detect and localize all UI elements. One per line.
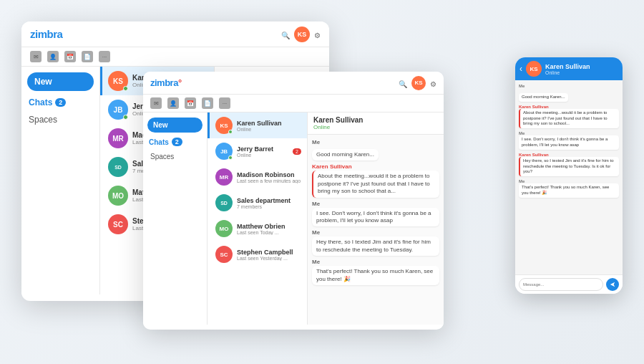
mobile-bubble-1: Good morning Karen... bbox=[519, 93, 568, 102]
tablet-calendar-icon[interactable]: 📅 bbox=[185, 97, 196, 109]
tablet-avatar-karen: KS bbox=[215, 117, 233, 134]
mobile-sender-2: Karen Sullivan bbox=[519, 105, 619, 109]
tablet-name-stephen: Stephen Campbell bbox=[237, 249, 301, 256]
user-avatar[interactable]: KS bbox=[294, 27, 310, 42]
tablet-contact-sales[interactable]: SD Sales department 7 members bbox=[208, 190, 307, 216]
tablet-status-karen: Online bbox=[237, 127, 301, 132]
tablet-sender-2: Karen Sullivan bbox=[312, 163, 439, 170]
tablet-status-stephen: Last seen Yesterday ... bbox=[237, 256, 301, 261]
contact-avatar-jerry: JB bbox=[108, 100, 128, 120]
tablet-avatar-stephen: SC bbox=[215, 246, 233, 263]
tablet-chats-section[interactable]: Chats 2 bbox=[143, 135, 207, 149]
tablet-bubble-3: I see. Don't worry, I don't think it's g… bbox=[312, 208, 439, 227]
mobile-back-button[interactable]: ‹ bbox=[519, 64, 522, 74]
mail-icon[interactable]: ✉ bbox=[30, 51, 42, 62]
tablet-zimbra-logo: zimbra° bbox=[150, 77, 182, 88]
tablet-header: zimbra° KS bbox=[143, 72, 444, 95]
contact-avatar-karen: KS bbox=[108, 71, 128, 91]
tablet-chat-area: Karen Sullivan Online Me Good morning Ka… bbox=[308, 112, 444, 325]
mobile-chat-messages: Me Good morning Karen... Karen Sullivan … bbox=[515, 80, 623, 274]
tablet-more-icon[interactable]: ··· bbox=[219, 97, 230, 109]
contact-avatar-stephen: SC bbox=[108, 214, 128, 234]
mobile-bubble-4: Hey there, so I texted Jim and it's fine… bbox=[519, 157, 619, 176]
mobile-bubble-2: About the meeting...would it be a proble… bbox=[519, 109, 619, 128]
tablet-spaces-label[interactable]: Spaces bbox=[143, 149, 207, 164]
tablet-contact-karen[interactable]: KS Karen Sullivan Online bbox=[208, 112, 307, 138]
tablet-chat-messages: Me Good morning Karen... Karen Sullivan … bbox=[308, 135, 444, 325]
mobile-contact-status: Online bbox=[545, 70, 590, 75]
tablet-main: New Chats 2 Spaces KS Karen Sullivan Onl… bbox=[143, 112, 444, 325]
tablet-search-icon[interactable] bbox=[399, 77, 407, 90]
tablet-sender-1: Me bbox=[312, 139, 439, 145]
mobile-sender-1: Me bbox=[519, 84, 619, 88]
tablet-info-karen: Karen Sullivan Online bbox=[237, 120, 301, 132]
tablet-bubble-5: That's perfect! Thank you so much Karen,… bbox=[312, 266, 439, 285]
mobile-contact-name: Karen Sullivan bbox=[545, 63, 590, 70]
mobile-send-button[interactable] bbox=[606, 278, 619, 291]
tablet-avatar-sales: SD bbox=[215, 194, 233, 211]
zimbra-logo: zimbra bbox=[30, 28, 62, 40]
mobile-msg-5: Me That's perfect! Thank you so much Kar… bbox=[519, 179, 619, 198]
tablet-info-madison: Madison Robinson Last seen a few minutes… bbox=[237, 171, 301, 183]
tablet-status-madison: Last seen a few minutes ago bbox=[237, 178, 301, 183]
calendar-icon[interactable]: 📅 bbox=[64, 51, 76, 62]
mobile-window: ‹ KS Karen Sullivan Online Me Good morni… bbox=[515, 57, 623, 294]
tablet-window: zimbra° KS ✉ 👤 📅 📄 ··· New Chats 2 Space… bbox=[143, 72, 444, 330]
tablet-toolbar: ✉ 👤 📅 📄 ··· bbox=[143, 95, 444, 112]
tablet-chats-label: Chats bbox=[149, 138, 169, 146]
tablet-contact-list: KS Karen Sullivan Online JB Jerry Barret… bbox=[208, 112, 308, 325]
spaces-label[interactable]: Spaces bbox=[21, 111, 99, 128]
contact-avatar-madison: MR bbox=[108, 128, 128, 148]
tablet-chat-status: Online bbox=[313, 124, 363, 130]
tablet-contact-matthew[interactable]: MO Matthew Obrien Last seen Today ... bbox=[208, 216, 307, 241]
tablet-contact-stephen[interactable]: SC Stephen Campbell Last seen Yesterday … bbox=[208, 241, 307, 267]
tablet-contacts-icon[interactable]: 👤 bbox=[167, 97, 179, 109]
tablet-user-avatar[interactable]: KS bbox=[411, 76, 426, 90]
tablet-info-jerry: Jerry Barret Online bbox=[237, 145, 288, 158]
mobile-sender-4: Karen Sullivan bbox=[519, 153, 619, 157]
tablet-sender-3: Me bbox=[312, 201, 439, 207]
mobile-message-input[interactable] bbox=[519, 278, 603, 291]
tablet-name-madison: Madison Robinson bbox=[237, 171, 301, 178]
contact-avatar-sales: SD bbox=[108, 157, 128, 177]
chats-section[interactable]: Chats 2 bbox=[21, 94, 99, 111]
tablet-avatar-madison: MR bbox=[215, 168, 233, 186]
send-icon bbox=[610, 282, 615, 287]
tablet-name-jerry: Jerry Barret bbox=[237, 145, 288, 153]
mobile-msg-3: Me I see. Don't worry, I don't think it'… bbox=[519, 131, 619, 150]
gear-icon[interactable] bbox=[314, 28, 321, 41]
tablet-name-sales: Sales department bbox=[237, 197, 301, 204]
tablet-msg-3: Me I see. Don't worry, I don't think it'… bbox=[312, 201, 439, 227]
tablet-notes-icon[interactable]: 📄 bbox=[202, 97, 213, 109]
more-icon[interactable]: ··· bbox=[99, 51, 110, 62]
notes-icon[interactable]: 📄 bbox=[82, 51, 93, 62]
mobile-avatar-karen: KS bbox=[526, 61, 542, 77]
tablet-gear-icon[interactable] bbox=[430, 77, 436, 90]
search-icon[interactable] bbox=[281, 28, 290, 41]
mobile-header: ‹ KS Karen Sullivan Online bbox=[515, 57, 623, 80]
desktop-sidebar: New Chats 2 Spaces bbox=[21, 67, 100, 294]
desktop-header-icons: KS bbox=[281, 27, 321, 42]
chats-label: Chats bbox=[29, 97, 52, 107]
tablet-bubble-1: Good morning Karen... bbox=[312, 149, 379, 161]
tablet-avatar-jerry: JB bbox=[215, 143, 233, 160]
tablet-name-karen: Karen Sullivan bbox=[237, 120, 301, 127]
tablet-contact-madison[interactable]: MR Madison Robinson Last seen a few minu… bbox=[208, 164, 307, 190]
contact-avatar-matthew: MO bbox=[108, 186, 128, 206]
tablet-mail-icon[interactable]: ✉ bbox=[150, 97, 162, 109]
tablet-status-matthew: Last seen Today ... bbox=[237, 230, 301, 235]
tablet-msg-1: Me Good morning Karen... bbox=[312, 139, 439, 161]
chats-badge: 2 bbox=[55, 98, 66, 107]
mobile-msg-2: Karen Sullivan About the meeting...would… bbox=[519, 105, 619, 128]
desktop-toolbar: ✉ 👤 📅 📄 ··· bbox=[21, 47, 329, 67]
tablet-chat-header: Karen Sullivan Online bbox=[308, 112, 444, 135]
mobile-bubble-3: I see. Don't worry, I don't think it's g… bbox=[519, 135, 619, 150]
tablet-contact-jerry[interactable]: JB Jerry Barret Online 2 bbox=[208, 138, 307, 164]
tablet-status-jerry: Online bbox=[237, 153, 288, 158]
tablet-new-button[interactable]: New bbox=[147, 118, 203, 133]
tablet-chat-contact: Karen Sullivan Online bbox=[313, 116, 363, 130]
new-button[interactable]: New bbox=[27, 72, 94, 91]
tablet-avatar-matthew: MO bbox=[215, 220, 233, 237]
tablet-sender-4: Me bbox=[312, 229, 439, 236]
contacts-icon[interactable]: 👤 bbox=[47, 51, 59, 62]
